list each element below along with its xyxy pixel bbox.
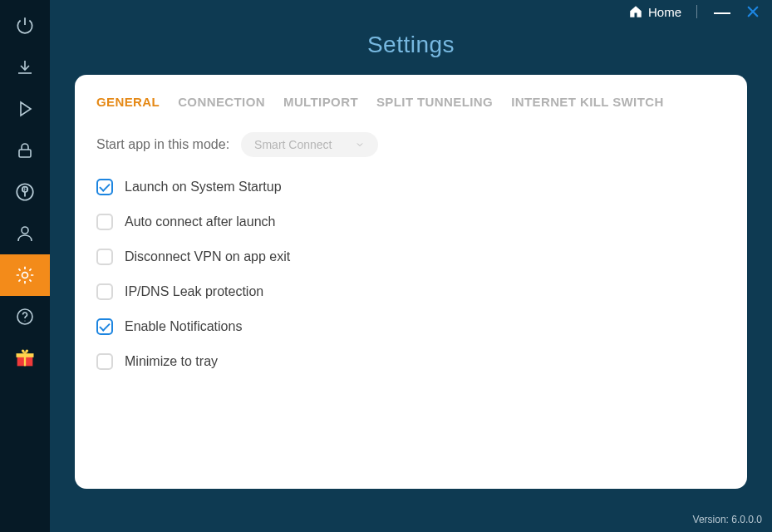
option-launch_startup[interactable]: Launch on System Startup bbox=[96, 179, 730, 195]
option-label: Launch on System Startup bbox=[125, 180, 282, 195]
topbar-separator bbox=[696, 5, 697, 18]
general-options-list: Launch on System StartupAuto connect aft… bbox=[96, 179, 730, 370]
sidebar: IP bbox=[0, 0, 50, 532]
svg-point-5 bbox=[22, 273, 28, 278]
sidebar-item-gift[interactable] bbox=[0, 337, 50, 379]
checkbox-auto_connect[interactable] bbox=[96, 214, 113, 230]
help-icon bbox=[15, 307, 35, 327]
sidebar-item-lock[interactable] bbox=[0, 130, 50, 171]
sidebar-item-stream[interactable] bbox=[0, 88, 50, 130]
start-mode-select[interactable]: Smart Connect bbox=[241, 132, 378, 157]
option-label: Enable Notifications bbox=[125, 319, 242, 334]
tab-general[interactable]: GENERAL bbox=[96, 95, 160, 109]
sidebar-item-ip[interactable]: IP bbox=[0, 171, 50, 213]
tab-split[interactable]: SPLIT TUNNELING bbox=[376, 95, 493, 109]
sidebar-item-power[interactable] bbox=[0, 5, 50, 47]
option-notifications[interactable]: Enable Notifications bbox=[96, 318, 730, 335]
close-icon bbox=[745, 4, 760, 19]
sidebar-item-help[interactable] bbox=[0, 296, 50, 337]
minimize-button[interactable]: — bbox=[709, 3, 735, 20]
home-label: Home bbox=[648, 5, 681, 19]
option-disconnect_exit[interactable]: Disconnect VPN on app exit bbox=[96, 249, 730, 265]
version-label: Version: 6.0.0.0 bbox=[693, 514, 762, 525]
gift-icon bbox=[13, 347, 37, 370]
sidebar-item-settings[interactable] bbox=[0, 254, 50, 296]
option-leak_protection[interactable]: IP/DNS Leak protection bbox=[96, 283, 730, 300]
svg-point-4 bbox=[22, 227, 28, 234]
option-label: Auto connect after launch bbox=[125, 214, 275, 229]
start-mode-row: Start app in this mode: Smart Connect bbox=[96, 132, 730, 157]
chevron-down-icon bbox=[355, 140, 365, 150]
person-icon bbox=[15, 224, 35, 244]
play-icon bbox=[15, 99, 35, 119]
lock-icon bbox=[15, 140, 35, 160]
main-panel: Home — Settings GENERALCONNECTIONMULTIPO… bbox=[50, 0, 772, 532]
start-mode-value: Smart Connect bbox=[254, 138, 332, 151]
page-title: Settings bbox=[50, 32, 772, 58]
settings-tabs: GENERALCONNECTIONMULTIPORTSPLIT TUNNELIN… bbox=[96, 95, 730, 109]
home-icon bbox=[628, 4, 643, 19]
checkbox-leak_protection[interactable] bbox=[96, 283, 113, 300]
option-label: Disconnect VPN on app exit bbox=[125, 249, 290, 264]
checkbox-disconnect_exit[interactable] bbox=[96, 249, 113, 265]
settings-card: GENERALCONNECTIONMULTIPORTSPLIT TUNNELIN… bbox=[75, 75, 747, 489]
svg-text:IP: IP bbox=[22, 186, 27, 192]
close-button[interactable] bbox=[742, 4, 764, 19]
gear-icon bbox=[14, 264, 36, 286]
download-icon bbox=[15, 57, 35, 77]
checkbox-launch_startup[interactable] bbox=[96, 179, 113, 195]
option-minimize_tray[interactable]: Minimize to tray bbox=[96, 353, 730, 370]
svg-rect-0 bbox=[19, 150, 31, 157]
svg-point-7 bbox=[24, 320, 25, 321]
tab-connection[interactable]: CONNECTION bbox=[178, 95, 265, 109]
tab-multiport[interactable]: MULTIPORT bbox=[283, 95, 358, 109]
tab-killswitch[interactable]: INTERNET KILL SWITCH bbox=[511, 95, 664, 109]
sidebar-item-profile[interactable] bbox=[0, 213, 50, 254]
power-icon bbox=[14, 15, 36, 37]
checkbox-minimize_tray[interactable] bbox=[96, 353, 113, 370]
ip-shield-icon: IP bbox=[14, 181, 36, 203]
checkbox-notifications[interactable] bbox=[96, 318, 113, 335]
option-auto_connect[interactable]: Auto connect after launch bbox=[96, 214, 730, 230]
sidebar-item-download[interactable] bbox=[0, 47, 50, 88]
topbar: Home — bbox=[50, 0, 772, 23]
option-label: Minimize to tray bbox=[125, 354, 218, 369]
home-button[interactable]: Home bbox=[628, 4, 681, 19]
svg-rect-10 bbox=[24, 353, 26, 366]
option-label: IP/DNS Leak protection bbox=[125, 284, 263, 299]
start-mode-label: Start app in this mode: bbox=[96, 137, 229, 152]
